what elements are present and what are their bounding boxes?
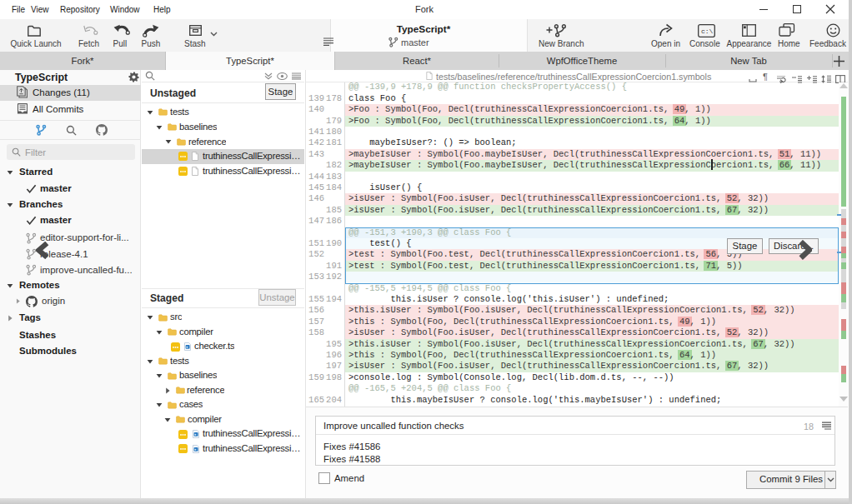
- svg-text:c:\: c:\: [701, 27, 714, 35]
